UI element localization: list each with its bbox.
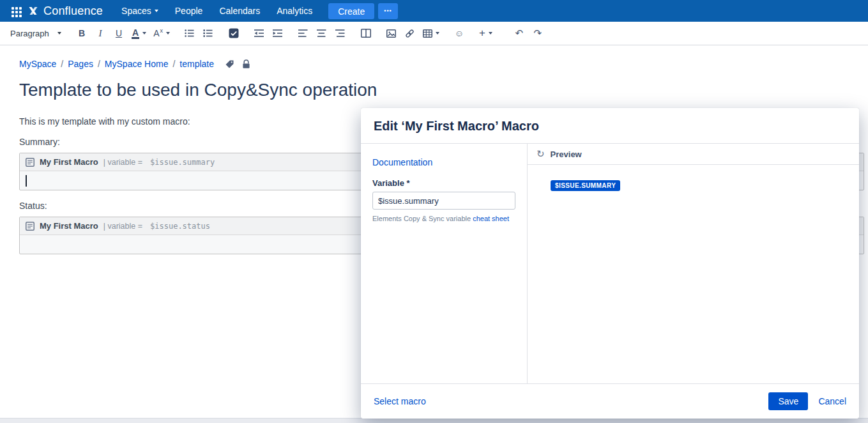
- insert-link-button[interactable]: [402, 25, 418, 42]
- app-switcher-button[interactable]: [6, 2, 24, 20]
- editor-toolbar: Paragraph B I U A A x: [0, 22, 868, 45]
- page-title: Template to be used in Copy&Sync operati…: [19, 80, 864, 100]
- bullet-list-button[interactable]: [181, 25, 198, 42]
- variable-badge: $ISSUE.SUMMARY: [551, 180, 620, 191]
- numbered-list-icon: [203, 29, 213, 38]
- indent-icon: [273, 29, 282, 38]
- restrictions-lock-icon[interactable]: [242, 59, 250, 69]
- align-center-icon: [317, 29, 326, 38]
- more-formatting-button[interactable]: A x: [151, 25, 172, 42]
- text-color-button[interactable]: A: [129, 25, 149, 42]
- primary-nav: Spaces People Calendars Analytics: [114, 2, 319, 20]
- chevron-down-icon: [142, 32, 146, 35]
- nav-item-spaces[interactable]: Spaces: [114, 2, 165, 20]
- paragraph-style-dropdown[interactable]: Paragraph: [8, 25, 64, 42]
- emoji-button[interactable]: ☺: [451, 25, 468, 42]
- numbered-list-button[interactable]: [200, 25, 217, 42]
- dialog-body: Documentation Variable * Elements Copy &…: [361, 144, 859, 383]
- save-button[interactable]: Save: [768, 392, 808, 410]
- create-button[interactable]: Create: [328, 3, 374, 19]
- product-name: Confluence: [43, 4, 103, 18]
- page-layout-icon: [361, 29, 371, 38]
- chevron-down-icon: [57, 32, 61, 35]
- breadcrumb-link-home[interactable]: MySpace Home: [105, 59, 169, 69]
- breadcrumb-separator: /: [98, 59, 100, 69]
- macro-name: My First Macro: [40, 157, 98, 167]
- insert-more-button[interactable]: +: [476, 25, 495, 42]
- macro-param-label: | variable =: [103, 158, 142, 167]
- nav-more-button[interactable]: •••: [378, 3, 397, 19]
- bold-button[interactable]: B: [73, 25, 90, 42]
- macro-icon: [26, 222, 34, 231]
- text-color-icon: A: [132, 28, 139, 39]
- formatting-sup-icon: x: [160, 27, 163, 34]
- breadcrumb-link-template[interactable]: template: [179, 59, 214, 69]
- editor-bottom-bar: [0, 418, 868, 423]
- breadcrumb: MySpace / Pages / MySpace Home / templat…: [19, 59, 864, 69]
- chevron-down-icon: [436, 32, 439, 35]
- indent-button[interactable]: [270, 25, 286, 42]
- formatting-icon: A: [153, 28, 159, 38]
- bullet-list-icon: [185, 29, 194, 38]
- link-icon: [405, 29, 415, 38]
- helper-text: Elements Copy & Sync variable: [372, 215, 471, 222]
- dialog-header: Edit ‘My First Macro’ Macro: [361, 108, 859, 144]
- italic-button[interactable]: I: [92, 25, 109, 42]
- align-center-button[interactable]: [314, 25, 330, 42]
- dialog-footer: Select macro Save Cancel: [361, 383, 859, 419]
- task-checkbox-icon: [229, 28, 239, 38]
- app-grid-icon: [11, 7, 14, 10]
- nav-item-analytics[interactable]: Analytics: [270, 2, 319, 20]
- select-macro-link[interactable]: Select macro: [374, 396, 426, 406]
- preview-body: $ISSUE.SUMMARY: [528, 165, 859, 383]
- align-right-icon: [335, 29, 345, 38]
- dialog-title: Edit ‘My First Macro’ Macro: [374, 119, 846, 134]
- breadcrumb-separator: /: [61, 59, 63, 69]
- nav-item-people[interactable]: People: [168, 2, 210, 20]
- insert-table-button[interactable]: [420, 25, 442, 42]
- outdent-button[interactable]: [251, 25, 268, 42]
- nav-item-calendars[interactable]: Calendars: [212, 2, 267, 20]
- undo-button[interactable]: ↶: [511, 25, 528, 42]
- underline-button[interactable]: U: [110, 25, 127, 42]
- image-icon: [386, 29, 396, 38]
- page-layout-button[interactable]: [358, 25, 374, 42]
- cancel-link[interactable]: Cancel: [818, 396, 846, 406]
- table-icon: [423, 29, 432, 38]
- refresh-icon[interactable]: ↻: [537, 148, 545, 160]
- macro-param-value: $issue.summary: [150, 158, 215, 167]
- breadcrumb-separator: /: [172, 59, 175, 69]
- macro-icon: [26, 158, 34, 167]
- documentation-link[interactable]: Documentation: [372, 157, 432, 167]
- align-left-button[interactable]: [295, 25, 312, 42]
- breadcrumb-link-pages[interactable]: Pages: [68, 59, 93, 69]
- macro-name: My First Macro: [40, 221, 98, 231]
- plus-icon: +: [479, 27, 485, 40]
- confluence-logo-icon: [27, 4, 40, 17]
- outdent-icon: [254, 29, 264, 38]
- nav-item-label: Spaces: [121, 6, 151, 16]
- redo-button[interactable]: ↷: [529, 25, 546, 42]
- align-left-icon: [298, 29, 308, 38]
- confluence-logo[interactable]: Confluence: [27, 4, 103, 18]
- task-list-button[interactable]: [225, 25, 242, 42]
- chevron-down-icon: [155, 10, 158, 12]
- align-right-button[interactable]: [332, 25, 349, 42]
- macro-preview-pane: ↻ Preview $ISSUE.SUMMARY: [527, 144, 859, 383]
- variable-helper-text: Elements Copy & Sync variable cheat shee…: [372, 215, 515, 222]
- cheat-sheet-link[interactable]: cheat sheet: [473, 215, 509, 222]
- top-navbar: Confluence Spaces People Calendars Analy…: [0, 0, 868, 22]
- preview-title: Preview: [551, 150, 582, 159]
- text-cursor: [26, 175, 27, 187]
- labels-tag-icon[interactable]: [225, 59, 234, 69]
- macro-param-label: | variable =: [103, 222, 142, 231]
- chevron-down-icon: [166, 32, 170, 35]
- chevron-down-icon: [489, 32, 492, 35]
- breadcrumb-link-space[interactable]: MySpace: [19, 59, 56, 69]
- variable-field-label: Variable *: [372, 178, 515, 188]
- preview-header: ↻ Preview: [528, 144, 859, 165]
- insert-files-button[interactable]: [383, 25, 400, 42]
- macro-param-value: $issue.status: [150, 222, 210, 231]
- variable-input[interactable]: [372, 192, 515, 210]
- paragraph-style-label: Paragraph: [10, 29, 49, 38]
